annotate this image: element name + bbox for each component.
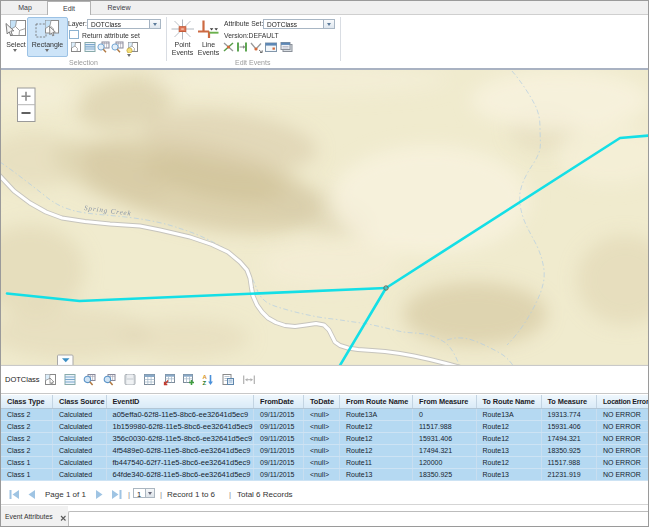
svg-text:Z: Z <box>203 380 207 386</box>
